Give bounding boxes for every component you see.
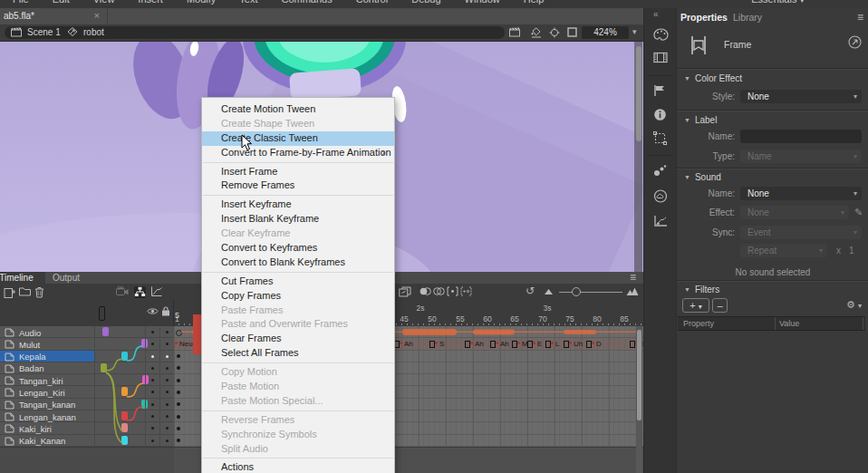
layer-lock-cell[interactable] [159,326,174,337]
parenting-chip[interactable] [121,436,128,445]
parenting-column[interactable] [94,399,146,410]
add-filter-button[interactable]: + ▾ [682,298,709,313]
menu-item-create-motion-tween[interactable]: Create Motion Tween [202,102,394,117]
layer-lock-cell[interactable] [159,422,174,433]
menu-help[interactable]: Help [524,0,545,5]
parenting-column[interactable] [94,386,146,397]
color-panel-icon[interactable] [653,28,669,43]
document-tab[interactable]: ab5.fla* × [0,8,108,24]
style-dropdown[interactable]: None▾ [740,90,862,103]
tab-properties[interactable]: Properties [680,12,728,23]
creative-cloud-icon[interactable] [653,189,669,205]
parenting-column[interactable] [94,351,146,362]
layer-visibility-cell[interactable] [145,374,159,385]
layer-row-lengan_kiri[interactable]: Lengan_Kiri [0,386,174,398]
scene-panel-icon[interactable] [653,84,669,100]
layer-visibility-cell[interactable] [145,435,159,446]
menu-item-insert-frame[interactable]: Insert Frame [202,165,394,179]
scrollbar-thumb[interactable] [636,46,641,141]
new-folder-button[interactable] [19,286,31,298]
layer-visibility-cell[interactable] [145,399,159,410]
menu-debug[interactable]: Debug [411,0,440,5]
center-frame-icon[interactable] [549,27,560,38]
layer-row-tangan_kanan[interactable]: Tangan_kanan [0,399,174,410]
breadcrumb-symbol[interactable]: robot [83,27,104,37]
keyframe-dot[interactable] [177,366,180,370]
layer-lock-cell[interactable] [159,435,174,446]
layer-name[interactable]: Mulut [19,340,40,350]
timeline-zoom-in-icon[interactable] [626,286,638,298]
parenting-column[interactable] [94,374,146,385]
menu-insert[interactable]: Insert [138,0,163,5]
timeline-zoom-slider-track[interactable] [559,292,622,293]
tab-output[interactable]: Output [53,272,80,284]
menu-commands[interactable]: Commands [281,0,332,5]
parenting-chip[interactable] [102,327,109,336]
menu-item-convert-to-frame-by-frame-animation[interactable]: Convert to Frame-by-Frame Animation› [202,146,394,160]
label-name-input[interactable] [740,130,862,143]
edit-multiple-frames-button[interactable] [399,286,410,298]
layer-row-lengan_kanan[interactable]: Lengan_kanan [0,410,174,422]
menu-item-convert-to-blank-keyframes[interactable]: Convert to Blank Keyframes [202,256,394,270]
layer-visibility-cell[interactable] [145,422,159,433]
section-sound[interactable]: ▼Sound [684,172,721,182]
new-layer-button[interactable] [4,286,15,298]
filter-options-button[interactable]: ⚙ ▾ [846,299,862,311]
layer-row-audio[interactable]: Audio [0,326,174,338]
onion-skin-outlines-button[interactable] [433,286,445,298]
camera-button[interactable] [116,286,128,298]
menu-item-insert-keyframe[interactable]: Insert Keyframe [202,198,394,212]
keyframe-dot[interactable] [177,379,180,382]
layer-row-tangan_kiri[interactable]: Tangan_kiri [0,374,174,386]
menu-item-remove-frames[interactable]: Remove Frames [202,179,394,193]
transform-panel-icon[interactable] [653,131,669,147]
section-filters[interactable]: ▼Filters [684,285,719,294]
graph-view-button[interactable] [150,286,162,298]
layer-name[interactable]: Kaki_Kanan [19,436,65,446]
layer-row-kaki_kanan[interactable]: Kaki_Kanan [0,435,174,447]
layer-lock-cell[interactable] [159,362,174,373]
parenting-chip[interactable] [101,363,107,372]
onion-custom-button[interactable] [460,286,472,298]
parenting-column[interactable] [94,422,146,433]
layer-row-kaki_kiri[interactable]: Kaki_kiri [0,422,174,434]
menu-item-convert-to-keyframes[interactable]: Convert to Keyframes [202,241,394,256]
zoom-level-select[interactable]: 424% [582,26,629,39]
onion-span-button[interactable] [447,286,458,298]
lock-icon[interactable] [161,306,170,316]
close-icon[interactable]: × [94,10,100,21]
layer-name[interactable]: Kaki_kiri [19,424,52,434]
paint-bucket-icon[interactable] [530,27,543,38]
section-color-effect[interactable]: ▼Color Effect [684,73,742,83]
parenting-chip[interactable] [121,387,128,396]
layer-name[interactable]: Tangan_kanan [19,400,75,410]
keyframe-dot[interactable] [177,402,180,406]
parenting-chip[interactable] [121,352,128,361]
pencil-icon[interactable]: ✎ [854,207,863,218]
layer-lock-cell[interactable] [159,410,174,421]
layer-visibility-cell[interactable] [145,362,159,373]
workspace-switcher[interactable]: Essentials ▾ [751,0,805,5]
layer-name[interactable]: Tangan_kiri [19,376,63,386]
layer-lock-cell[interactable] [159,399,174,410]
layer-lock-cell[interactable] [159,338,174,349]
timeline-menu-icon[interactable]: ≡ [630,271,636,284]
frames-panel-icon[interactable] [653,52,669,67]
breadcrumb-scene[interactable]: Scene 1 [27,27,61,37]
keyframe-dot[interactable] [177,354,180,358]
layer-name[interactable]: Badan [19,363,43,373]
layer-name[interactable]: Audio [19,328,41,338]
menu-text[interactable]: Text [239,0,257,5]
layer-row-mulut[interactable]: Mulut [0,338,174,350]
delete-layer-button[interactable] [34,286,46,298]
layer-lock-cell[interactable] [159,386,174,397]
menu-item-clear-frames[interactable]: Clear Frames [202,332,394,346]
layer-visibility-cell[interactable] [145,386,159,397]
brush-library-icon[interactable] [653,164,669,179]
parenting-chip[interactable] [121,423,128,432]
layer-visibility-cell[interactable] [145,351,159,362]
keyframe-dot[interactable] [177,391,180,394]
layer-name[interactable]: Kepala [19,352,46,362]
menu-item-select-all-frames[interactable]: Select All Frames [202,346,394,361]
stage-vertical-scrollbar[interactable] [634,41,642,272]
